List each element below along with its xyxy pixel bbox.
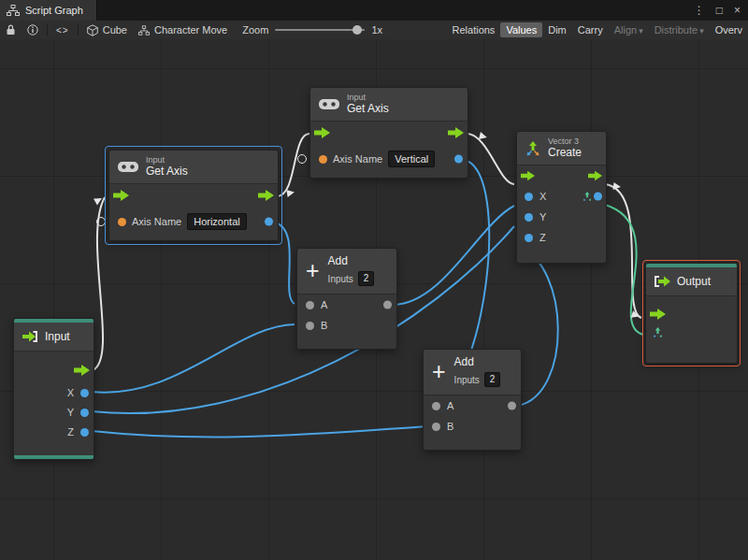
x-out-port[interactable] (80, 389, 89, 397)
wire-input-z-to-add2-b[interactable] (92, 426, 428, 437)
node-title: Create (548, 146, 582, 160)
y-in-port[interactable] (525, 213, 533, 222)
vector3-icon (525, 141, 540, 156)
node-category: Input (146, 155, 188, 165)
port-row-x: X (517, 186, 606, 207)
string-port[interactable] (118, 218, 126, 226)
cube-icon (87, 24, 98, 36)
wire-flow-getaxis-h-to-getaxis-v[interactable] (277, 134, 309, 196)
close-icon[interactable]: × (734, 4, 741, 17)
align-dropdown[interactable]: Align▾ (609, 22, 649, 37)
breadcrumb-character-move-label: Character Move (154, 24, 227, 36)
input-b-port[interactable] (432, 423, 440, 431)
value-out-port[interactable] (454, 155, 463, 164)
wire-flow-getaxis-v-to-vector3[interactable] (467, 134, 514, 184)
inputs-label: Inputs (328, 274, 353, 284)
breadcrumb-character-move[interactable]: Character Move (133, 21, 233, 39)
y-out-port[interactable] (80, 409, 89, 417)
unconnected-port-ring[interactable] (297, 154, 307, 164)
node-input[interactable]: Input X Y Z (13, 318, 94, 460)
wire-add2-to-vector3-z[interactable] (518, 246, 558, 406)
axis-name-field[interactable]: Horizontal (187, 213, 247, 230)
toolbar-separator (47, 24, 48, 36)
tab-bar: Script Graph ⋮ □ × (0, 0, 748, 21)
tab-script-graph[interactable]: Script Graph (0, 0, 97, 21)
graph-toolbar: <> Cube Character Move Zoom 1x Relations (0, 21, 748, 40)
dim-button[interactable]: Dim (542, 22, 572, 37)
port-row-x: X (67, 387, 89, 398)
window-controls: ⋮ □ × (694, 0, 748, 21)
port-row-a: A (424, 395, 521, 416)
node-title: Get Axis (146, 165, 188, 179)
values-button[interactable]: Values (500, 22, 542, 37)
input-a-port[interactable] (432, 402, 440, 410)
script-graph-asset-icon (138, 25, 150, 36)
graph-canvas[interactable]: Input Get Axis Axis Name Vertical (0, 39, 748, 560)
node-title: Add (328, 254, 375, 268)
vector-mini-icon[interactable] (653, 327, 663, 337)
flow-in-port[interactable] (521, 171, 535, 181)
gamepad-icon (118, 161, 138, 173)
flow-port-row (109, 184, 278, 207)
node-category: Input (347, 93, 389, 102)
vector-out-port[interactable] (594, 193, 602, 201)
unity-visual-scripting-window: Script Graph ⋮ □ × <> (0, 0, 748, 560)
plus-icon: + (432, 361, 446, 381)
carry-button[interactable]: Carry (572, 22, 609, 37)
api-toggle-button[interactable]: <> (50, 21, 75, 39)
flow-in-port[interactable] (650, 309, 666, 320)
gamepad-icon (319, 98, 339, 110)
axis-name-field[interactable]: Vertical (388, 151, 435, 167)
node-vector3-create[interactable]: Vector 3 Create X (516, 131, 607, 264)
flow-port-row (310, 122, 468, 144)
value-out-port[interactable] (265, 218, 273, 226)
flow-in-port[interactable] (113, 190, 129, 201)
overview-button[interactable]: Overv (710, 22, 748, 37)
flow-out-port[interactable] (448, 127, 464, 138)
toolbar-separator (78, 24, 79, 36)
breadcrumb-cube[interactable]: Cube (81, 21, 133, 39)
port-row-y: Y (67, 407, 89, 418)
node-header: Vector 3 Create (517, 132, 606, 165)
zoom-control: Zoom 1x (242, 24, 382, 36)
string-port[interactable] (319, 155, 327, 164)
breadcrumb-cube-label: Cube (103, 24, 127, 36)
unconnected-port-ring[interactable] (96, 217, 106, 226)
wire-add1-to-vector3-x[interactable] (394, 206, 514, 305)
inputs-count-field[interactable]: 2 (484, 372, 501, 387)
maximize-icon[interactable]: □ (716, 4, 723, 17)
node-output[interactable]: Output (645, 263, 738, 364)
flow-out-port[interactable] (74, 365, 90, 376)
x-in-port[interactable] (525, 193, 533, 201)
zoom-value: 1x (371, 24, 382, 36)
zoom-slider[interactable] (275, 29, 365, 31)
node-get-axis-vertical[interactable]: Input Get Axis Axis Name Vertical (309, 87, 468, 179)
vector-mini-icon (583, 192, 592, 201)
lock-button[interactable] (0, 21, 22, 39)
axis-name-row: Axis Name Horizontal (109, 207, 278, 237)
z-in-port[interactable] (525, 234, 533, 242)
info-button[interactable] (22, 21, 44, 39)
node-add-2[interactable]: + Add Inputs 2 A B (423, 349, 522, 451)
node-header: Input Get Axis (109, 151, 278, 184)
relations-button[interactable]: Relations (447, 22, 501, 37)
sum-out-port[interactable] (508, 402, 516, 410)
zoom-label: Zoom (242, 24, 268, 36)
zoom-slider-knob[interactable] (352, 25, 362, 35)
tab-title: Script Graph (25, 5, 83, 16)
flow-in-port[interactable] (314, 127, 330, 138)
kebab-menu-icon[interactable]: ⋮ (694, 4, 705, 17)
sum-out-port[interactable] (383, 301, 392, 309)
inputs-count-field[interactable]: 2 (358, 271, 375, 286)
input-b-port[interactable] (306, 322, 314, 330)
toolbar-toggles: Relations Values Dim Carry Align▾ Distri… (447, 21, 748, 39)
node-add-1[interactable]: + Add Inputs 2 A B (296, 248, 397, 350)
node-header: Input Get Axis (310, 88, 468, 122)
flow-out-port[interactable] (258, 190, 274, 201)
wire-input-x-to-add1-b[interactable] (92, 324, 295, 393)
input-a-port[interactable] (306, 301, 314, 309)
node-get-axis-horizontal[interactable]: Input Get Axis Axis Name Horizontal (108, 150, 279, 241)
z-out-port[interactable] (80, 428, 89, 437)
flow-out-port[interactable] (588, 171, 602, 181)
distribute-dropdown[interactable]: Distribute▾ (649, 22, 710, 37)
